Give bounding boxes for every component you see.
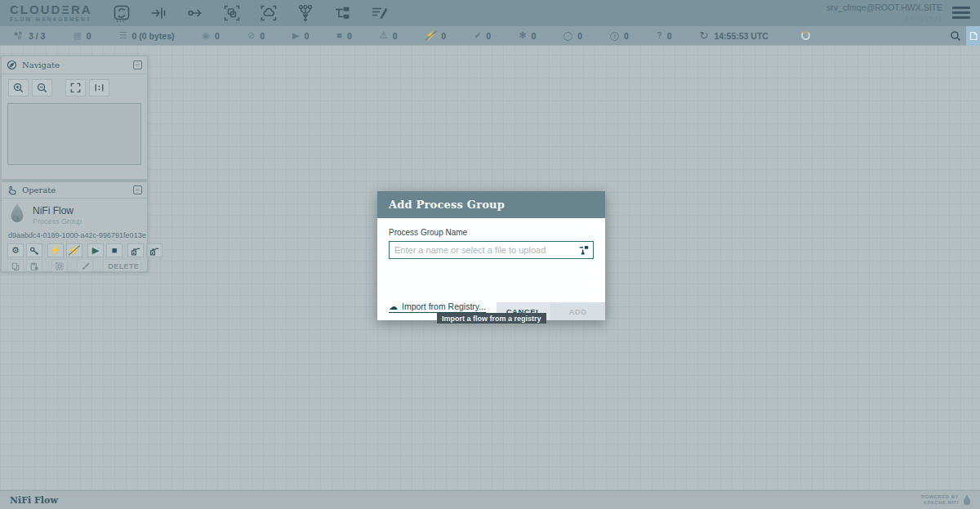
- stat-transmitting: ◉ 0: [203, 31, 220, 41]
- navigate-panel: Navigate −: [1, 56, 148, 180]
- search-icon: [950, 30, 961, 42]
- navigate-collapse-button[interactable]: −: [133, 60, 142, 69]
- copy-icon: [11, 261, 20, 271]
- access-policies-button[interactable]: [26, 243, 42, 257]
- locally-modified-icon: ✱: [519, 31, 526, 40]
- stat-up-to-date: ✔ 0: [474, 31, 491, 41]
- operate-header: Operate −: [2, 182, 147, 199]
- navigate-title: Navigate: [22, 60, 60, 69]
- process-group-name-input[interactable]: [389, 241, 594, 259]
- stopped-icon: ■: [336, 31, 342, 40]
- cloud-upload-icon: ☁: [389, 302, 398, 311]
- remote-process-group-icon[interactable]: [258, 2, 279, 24]
- zoom-out-icon: [36, 82, 48, 94]
- stat-cluster: 3 / 3: [13, 30, 45, 41]
- birdseye-view[interactable]: [7, 103, 141, 165]
- stat-active-threads: ▦ 0: [73, 31, 91, 41]
- up-to-date-check-icon: ✔: [474, 31, 481, 40]
- output-port-icon[interactable]: [185, 2, 206, 24]
- lightning-icon: ⚡: [50, 246, 61, 255]
- zoom-in-icon: [12, 82, 24, 94]
- selected-component: NiFi Flow Process Group: [2, 199, 147, 230]
- selected-name: NiFi Flow: [33, 205, 82, 217]
- actual-size-button[interactable]: [89, 79, 109, 96]
- hand-pointer-icon: [7, 185, 17, 195]
- flow-upload-icon: [149, 246, 159, 256]
- disable-button[interactable]: ⚡: [66, 243, 82, 257]
- disabled-icon: ⚡: [425, 31, 437, 40]
- component-toolbar: [111, 2, 390, 24]
- delete-button[interactable]: DELETE: [103, 259, 141, 273]
- stat-not-transmitting: ⊘ 0: [247, 31, 265, 41]
- loading-spinner: [801, 31, 810, 40]
- operate-collapse-button[interactable]: −: [133, 185, 142, 194]
- global-menu-button[interactable]: [952, 7, 970, 19]
- delete-label: DELETE: [108, 262, 139, 270]
- last-refresh-time: 14:55:53 UTC: [714, 31, 768, 41]
- app-header: CLOUDΞRA FLOW MANAGEMENT: [0, 0, 980, 26]
- zoom-in-button[interactable]: [8, 79, 29, 96]
- navigate-header: Navigate −: [2, 56, 147, 74]
- logout-link[interactable]: LOG OUT: [826, 14, 942, 24]
- processor-icon[interactable]: [111, 2, 132, 24]
- process-group-icon[interactable]: [221, 2, 243, 24]
- dialog-body: Process Group Name: [377, 218, 605, 259]
- label-icon[interactable]: [368, 2, 390, 24]
- cloudera-logo: CLOUDΞRA FLOW MANAGEMENT: [10, 3, 100, 23]
- dialog-title: Add Process Group: [389, 199, 505, 211]
- start-button[interactable]: ▶: [87, 243, 104, 257]
- input-port-icon[interactable]: [148, 2, 169, 24]
- stat-stale: ↑ 0: [564, 31, 582, 41]
- nifi-drop-logo: [8, 203, 26, 228]
- stat-locally-modified: ✱ 0: [519, 31, 536, 41]
- configure-button[interactable]: ⚙: [7, 243, 24, 257]
- flow-download-icon: [131, 246, 140, 256]
- key-icon: [29, 246, 39, 256]
- panel-toggle-button[interactable]: [966, 26, 980, 46]
- stat-sync-failure: ? 0: [657, 31, 672, 41]
- operate-panel: Operate − NiFi Flow Process Group d9aabd…: [1, 181, 148, 272]
- not-transmitting-icon: ⊘: [247, 31, 255, 40]
- snippet-icon: [55, 261, 65, 271]
- add-button[interactable]: ADD: [550, 302, 605, 320]
- refresh-icon[interactable]: ↻: [700, 29, 709, 42]
- zoom-fit-button[interactable]: [65, 79, 86, 96]
- stat-disabled: ⚡ 0: [425, 31, 447, 41]
- gear-icon: ⚙: [11, 246, 20, 255]
- sync-failure-icon: ?: [657, 31, 662, 40]
- dialog-header: Add Process Group: [377, 191, 605, 218]
- process-group-name-label: Process Group Name: [389, 228, 594, 237]
- paste-icon: [29, 261, 39, 271]
- stop-icon: ■: [112, 246, 118, 255]
- compass-icon: [7, 60, 17, 70]
- paste-button[interactable]: [26, 259, 42, 273]
- template-icon[interactable]: [332, 2, 353, 24]
- zoom-out-button[interactable]: [32, 79, 52, 96]
- add-process-group-dialog: Add Process Group Process Group Name ☁ I…: [377, 191, 605, 320]
- powered-by-line2: APACHE NIFI: [921, 500, 959, 507]
- stat-locally-modified-stale: ! 0: [610, 31, 629, 41]
- fill-color-button[interactable]: [77, 259, 93, 273]
- search-button[interactable]: [945, 26, 966, 46]
- upload-flow-definition-button[interactable]: [146, 243, 163, 257]
- enable-button[interactable]: ⚡: [47, 243, 64, 257]
- logo-title: CLOUDΞRA: [10, 3, 100, 16]
- copy-button[interactable]: [7, 259, 24, 273]
- refresh-control: ↻ 14:55:53 UTC: [700, 29, 768, 42]
- stop-button[interactable]: ■: [106, 243, 122, 257]
- download-flow-definition-button[interactable]: [127, 243, 144, 257]
- create-template-button[interactable]: [51, 259, 68, 273]
- import-from-registry-link[interactable]: ☁ Import from Registry...: [389, 301, 486, 313]
- user-area: srv_cfmqe@ROOT.HWX.SITE LOG OUT: [826, 2, 980, 24]
- footer-bar: NiFi Flow POWERED BY APACHE NIFI: [0, 490, 980, 509]
- funnel-icon[interactable]: [295, 2, 316, 24]
- selected-type: Process Group: [33, 217, 82, 225]
- logo-subtitle: FLOW MANAGEMENT: [10, 17, 100, 23]
- powered-by-line1: POWERED BY: [921, 494, 959, 501]
- fit-screen-icon: [69, 82, 82, 94]
- browse-file-button[interactable]: [578, 244, 590, 256]
- transmitting-icon: ◉: [203, 31, 211, 40]
- stat-running: ▶ 0: [292, 31, 309, 41]
- breadcrumb[interactable]: NiFi Flow: [10, 495, 58, 506]
- selected-id: d9aabdc4-0189-1000-a42c-996791fe013e: [2, 230, 147, 243]
